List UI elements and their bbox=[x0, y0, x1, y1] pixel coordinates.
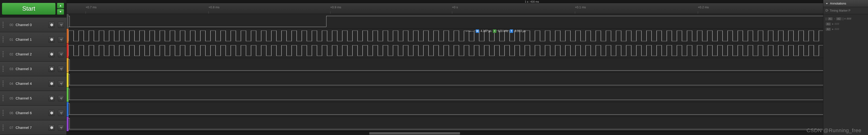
tag-icon bbox=[826, 9, 828, 12]
channel-row: 07Channel 7+𝑓 bbox=[0, 120, 66, 135]
drag-handle-icon[interactable] bbox=[1, 51, 5, 57]
waveform-canvas[interactable] bbox=[68, 58, 823, 73]
marker-dot-icon bbox=[832, 29, 833, 30]
waveform-canvas[interactable] bbox=[68, 102, 823, 116]
waveform-row[interactable] bbox=[67, 14, 823, 29]
trigger-icon: +𝑓 bbox=[60, 82, 62, 85]
channel-name[interactable]: Channel 3 bbox=[16, 67, 46, 71]
channel-name[interactable]: Channel 5 bbox=[16, 96, 46, 100]
channel-settings-button[interactable] bbox=[49, 95, 55, 101]
channel-trigger-button[interactable]: +𝑓 bbox=[58, 36, 64, 43]
waveform-row[interactable] bbox=[67, 73, 823, 87]
trigger-icon: +𝑓 bbox=[60, 111, 62, 115]
channel-index: 06 bbox=[7, 111, 13, 115]
channel-name[interactable]: Channel 2 bbox=[16, 52, 46, 56]
start-button[interactable]: Start bbox=[2, 3, 56, 15]
ruler-tick-label: +0.9 ms bbox=[330, 5, 341, 9]
waveform-row[interactable] bbox=[67, 117, 823, 131]
waveform-canvas[interactable] bbox=[68, 87, 823, 102]
gear-icon bbox=[50, 111, 53, 115]
channel-settings-button[interactable] bbox=[49, 36, 55, 43]
drag-handle-icon[interactable] bbox=[1, 36, 5, 43]
ruler-tick-label: +0 s bbox=[452, 5, 458, 9]
channel-color-strip bbox=[67, 14, 68, 28]
start-down-button[interactable] bbox=[57, 9, 64, 15]
channel-name[interactable]: Channel 0 bbox=[16, 23, 46, 27]
channel-row: 02Channel 2+𝑓 bbox=[0, 47, 66, 61]
time-ruler[interactable]: +0.7 ms+0.8 ms+0.9 ms+0 s+0.1 ms+0.2 ms bbox=[67, 3, 823, 14]
waveform-row[interactable] bbox=[67, 87, 823, 102]
channel-settings-button[interactable] bbox=[49, 81, 55, 87]
channel-row: 06Channel 6+𝑓 bbox=[0, 106, 66, 120]
waveform-canvas[interactable]: ⟼⟻W4.167 µsf120 kHzT8.333 µs bbox=[68, 29, 823, 43]
drag-handle-icon[interactable] bbox=[1, 22, 5, 28]
trigger-icon: +𝑓 bbox=[60, 23, 62, 27]
channel-trigger-button[interactable]: +𝑓 bbox=[58, 66, 64, 72]
channel-color-strip bbox=[67, 87, 68, 102]
trigger-icon: +𝑓 bbox=[60, 97, 62, 100]
gear-icon bbox=[50, 67, 53, 71]
channel-name[interactable]: Channel 1 bbox=[16, 37, 46, 42]
chevron-up-icon bbox=[59, 5, 62, 7]
channel-settings-button[interactable] bbox=[49, 22, 55, 28]
channel-color-strip bbox=[67, 117, 68, 131]
gear-icon bbox=[50, 126, 53, 129]
waveform-row[interactable] bbox=[67, 58, 823, 73]
channel-settings-button[interactable] bbox=[49, 110, 55, 116]
channel-trigger-button[interactable]: +𝑓 bbox=[58, 95, 64, 101]
gear-icon bbox=[50, 97, 53, 100]
channel-name[interactable]: Channel 6 bbox=[16, 111, 46, 115]
ruler-tick-label: +0.7 ms bbox=[86, 5, 97, 9]
timing-marker-label: Timing Marker P bbox=[830, 9, 850, 12]
gear-icon bbox=[50, 38, 53, 41]
cursor-position: 1 s : 416 ms bbox=[525, 0, 539, 3]
drag-handle-icon[interactable] bbox=[1, 110, 5, 116]
channel-trigger-button[interactable]: +𝑓 bbox=[58, 22, 64, 28]
waveform-row[interactable] bbox=[67, 43, 823, 58]
channel-trigger-button[interactable]: +𝑓 bbox=[58, 110, 64, 116]
timing-marker-row[interactable]: Timing Marker P bbox=[823, 7, 868, 14]
channel-index: 02 bbox=[7, 52, 13, 56]
channel-row: 04Channel 4+𝑓 bbox=[0, 76, 66, 91]
channel-index: 00 bbox=[7, 23, 13, 27]
waveform-row[interactable]: ⟼⟻W4.167 µsf120 kHzT8.333 µs bbox=[67, 29, 823, 43]
overview-thumb[interactable] bbox=[369, 132, 460, 135]
channel-name[interactable]: Channel 7 bbox=[16, 126, 46, 130]
marker-a1-row[interactable]: A1 ### bbox=[826, 21, 866, 27]
channel-settings-button[interactable] bbox=[49, 125, 55, 131]
channel-trigger-button[interactable]: +𝑓 bbox=[58, 51, 64, 57]
drag-handle-icon[interactable] bbox=[1, 81, 5, 86]
trigger-icon: +𝑓 bbox=[60, 126, 62, 129]
gear-icon bbox=[50, 82, 53, 85]
ruler-tick-label: +0.2 ms bbox=[698, 5, 709, 9]
trigger-icon: +𝑓 bbox=[60, 53, 62, 56]
timeline-bar[interactable]: 1 s : 416 ms bbox=[67, 0, 823, 3]
annotations-header[interactable]: Annotations bbox=[823, 0, 868, 7]
drag-handle-icon[interactable] bbox=[1, 125, 5, 131]
channel-settings-button[interactable] bbox=[49, 66, 55, 72]
gear-icon bbox=[50, 53, 53, 56]
channel-row: 05Channel 5+𝑓 bbox=[0, 91, 66, 106]
channel-trigger-button[interactable]: +𝑓 bbox=[58, 125, 64, 131]
waveform-canvas[interactable] bbox=[68, 117, 823, 131]
marker-pair-summary: | A1 - A2 | = ### bbox=[826, 16, 866, 21]
annotations-title: Annotations bbox=[830, 2, 846, 5]
waveform-canvas[interactable] bbox=[68, 14, 823, 28]
channel-row: 00Channel 0+𝑓 bbox=[0, 18, 66, 32]
overview-scrollbar[interactable] bbox=[67, 131, 823, 135]
chevron-down-icon bbox=[59, 11, 62, 13]
waveform-row[interactable] bbox=[67, 102, 823, 117]
channel-trigger-button[interactable]: +𝑓 bbox=[58, 81, 64, 87]
marker-a2-row[interactable]: A2 ### bbox=[826, 27, 866, 32]
drag-handle-icon[interactable] bbox=[1, 95, 5, 101]
channel-color-strip bbox=[67, 43, 68, 58]
channel-index: 04 bbox=[7, 82, 13, 85]
ruler-tick-label: +0.8 ms bbox=[209, 5, 220, 9]
channel-settings-button[interactable] bbox=[49, 51, 55, 57]
drag-handle-icon[interactable] bbox=[1, 66, 5, 72]
channel-color-strip bbox=[67, 58, 68, 73]
waveform-canvas[interactable] bbox=[68, 43, 823, 58]
start-up-button[interactable] bbox=[57, 3, 64, 8]
channel-name[interactable]: Channel 4 bbox=[16, 81, 46, 85]
waveform-canvas[interactable] bbox=[68, 73, 823, 87]
